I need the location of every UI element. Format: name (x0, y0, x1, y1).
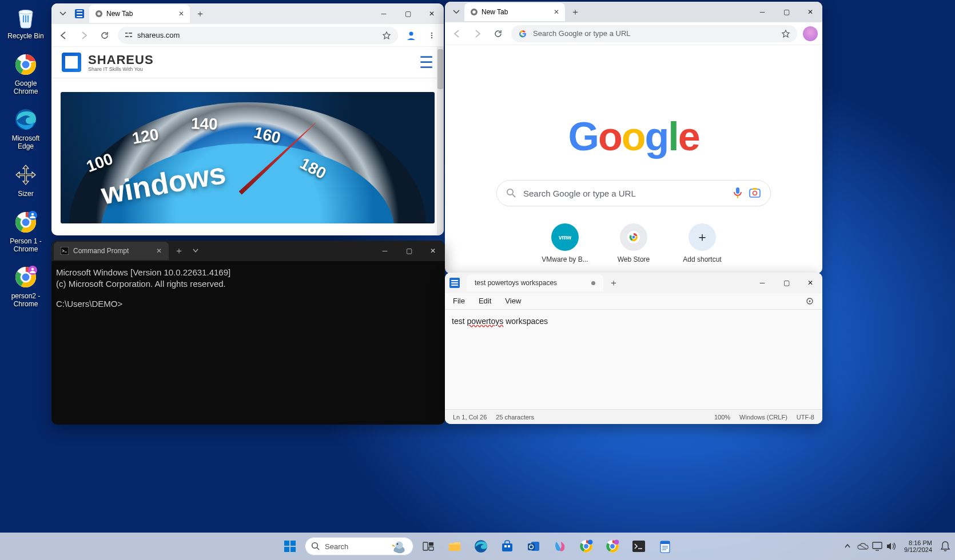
tray-chevron[interactable] (841, 535, 854, 558)
tab-dropdown-button[interactable] (189, 248, 202, 254)
terminal-tab[interactable]: Command Prompt ✕ (54, 242, 169, 260)
chrome-window-google: New Tab ✕ ＋ ─ ▢ ✕ Search Google or type … (445, 2, 822, 274)
tab-search-button[interactable] (56, 7, 70, 21)
terminal-icon (61, 247, 69, 255)
svg-point-60 (610, 543, 615, 549)
taskbar-edge[interactable] (469, 535, 492, 558)
close-button[interactable]: ✕ (798, 3, 822, 21)
taskbar-chrome-1[interactable] (575, 535, 598, 558)
pinned-tab[interactable] (71, 5, 88, 23)
svg-rect-47 (429, 547, 433, 550)
svg-rect-51 (504, 545, 507, 547)
svg-rect-19 (129, 33, 132, 34)
tray-notifications-icon[interactable] (940, 541, 950, 552)
maximize-button[interactable]: ▢ (774, 274, 798, 291)
tab-title: New Tab (482, 8, 508, 16)
start-button[interactable] (278, 535, 301, 558)
desktop-icon-recycle-bin[interactable]: Recycle Bin (0, 3, 51, 41)
google-search-box[interactable]: Search Google or type a URL (496, 180, 771, 206)
svg-rect-30 (750, 189, 760, 197)
close-button[interactable]: ✕ (420, 5, 444, 22)
forward-button[interactable] (470, 26, 485, 41)
new-tab-button[interactable]: ＋ (191, 8, 209, 20)
shareus-favicon-icon (75, 9, 84, 18)
menu-file[interactable]: File (453, 297, 465, 306)
taskbar-search[interactable]: Search (305, 537, 413, 555)
menu-edit[interactable]: Edit (479, 297, 491, 306)
notepad-tab[interactable]: test powertoys workspaces (467, 274, 603, 291)
chrome-favicon-icon (95, 10, 103, 18)
bookmark-icon[interactable] (382, 31, 391, 40)
new-tab-button[interactable]: ＋ (169, 245, 189, 257)
shortcut-webstore[interactable]: Web Store (606, 223, 661, 263)
taskbar-chrome-2[interactable] (601, 535, 624, 558)
taskbar-copilot[interactable] (548, 535, 571, 558)
svg-rect-41 (291, 547, 296, 552)
close-tab-icon[interactable]: ✕ (156, 247, 162, 255)
maximize-button[interactable]: ▢ (774, 3, 798, 21)
date-text: 9/12/2024 (904, 546, 932, 553)
url-input[interactable]: shareus.com (118, 27, 398, 44)
tab-search-button[interactable] (449, 5, 463, 19)
menu-button[interactable] (424, 28, 439, 43)
url-text: shareus.com (137, 31, 180, 39)
scrollbar[interactable] (437, 47, 444, 235)
tray-onedrive-icon[interactable] (857, 542, 869, 550)
back-button[interactable] (56, 28, 71, 43)
tab-new-tab[interactable]: New Tab ✕ (89, 5, 190, 23)
terminal-body[interactable]: Microsoft Windows [Version 10.0.22631.41… (51, 261, 445, 315)
reload-button[interactable] (97, 28, 112, 43)
search-placeholder: Search (325, 542, 348, 551)
svg-point-22 (409, 31, 413, 35)
bookmark-icon[interactable] (781, 29, 790, 38)
minimize-button[interactable]: ─ (372, 5, 396, 22)
terminal-line: Microsoft Windows [Version 10.0.22631.41… (56, 267, 440, 278)
forward-button[interactable] (77, 28, 91, 43)
scrollbar-thumb[interactable] (437, 49, 443, 89)
profile-button[interactable] (404, 28, 419, 43)
hero-image[interactable]: 100 120 140 160 180 windows (61, 92, 435, 223)
hamburger-menu-button[interactable]: ☰ (419, 53, 433, 72)
minimize-button[interactable]: ─ (750, 3, 774, 21)
shortcut-add[interactable]: ＋ Add shortcut (675, 223, 730, 263)
new-tab-button[interactable]: ＋ (566, 6, 584, 18)
lens-search-icon[interactable] (749, 187, 761, 199)
taskbar-notepad[interactable] (654, 535, 677, 558)
taskbar-terminal[interactable] (627, 535, 650, 558)
taskbar-task-view[interactable] (417, 535, 440, 558)
taskbar-clock[interactable]: 8:16 PM 9/12/2024 (904, 539, 932, 553)
desktop-icon-edge[interactable]: Microsoft Edge (0, 106, 51, 151)
desktop-icon-sizer[interactable]: Sizer (0, 161, 51, 198)
settings-button[interactable] (805, 297, 814, 306)
tab-new-tab[interactable]: New Tab ✕ (464, 3, 565, 21)
minimize-button[interactable]: ─ (373, 242, 397, 259)
maximize-button[interactable]: ▢ (396, 5, 420, 22)
close-button[interactable]: ✕ (798, 274, 822, 291)
close-tab-icon[interactable]: ✕ (554, 8, 559, 16)
taskbar-outlook[interactable] (522, 535, 545, 558)
taskbar-store[interactable] (496, 535, 519, 558)
voice-search-icon[interactable] (733, 187, 743, 199)
misspelled-text: powertoys (467, 317, 503, 326)
desktop-icon-chrome[interactable]: Google Chrome (0, 51, 51, 96)
tray-volume-icon[interactable] (886, 542, 896, 551)
shortcut-vmware[interactable]: vmw VMware by B... (538, 223, 592, 263)
svg-rect-21 (130, 36, 132, 37)
close-button[interactable]: ✕ (421, 242, 445, 259)
minimize-button[interactable]: ─ (750, 274, 774, 291)
menu-view[interactable]: View (505, 297, 521, 306)
desktop-icon-person2[interactable]: person2 - Chrome (0, 263, 51, 309)
back-button[interactable] (449, 26, 464, 41)
web-content: SHAREUS Share IT Skills With You ☰ 100 1… (51, 47, 444, 235)
status-chars: 25 characters (496, 414, 534, 421)
tray-display-icon[interactable] (872, 542, 882, 551)
maximize-button[interactable]: ▢ (397, 242, 421, 259)
notepad-editor[interactable]: test powertoys workspaces (445, 310, 822, 333)
new-tab-button[interactable]: ＋ (603, 277, 624, 289)
reload-button[interactable] (491, 26, 506, 41)
close-tab-icon[interactable]: ✕ (178, 10, 184, 18)
desktop-icon-person1[interactable]: Person 1 - Chrome (0, 209, 51, 254)
profile-avatar[interactable] (803, 26, 818, 41)
omnibox[interactable]: Search Google or type a URL (511, 25, 797, 42)
taskbar-explorer[interactable] (443, 535, 466, 558)
